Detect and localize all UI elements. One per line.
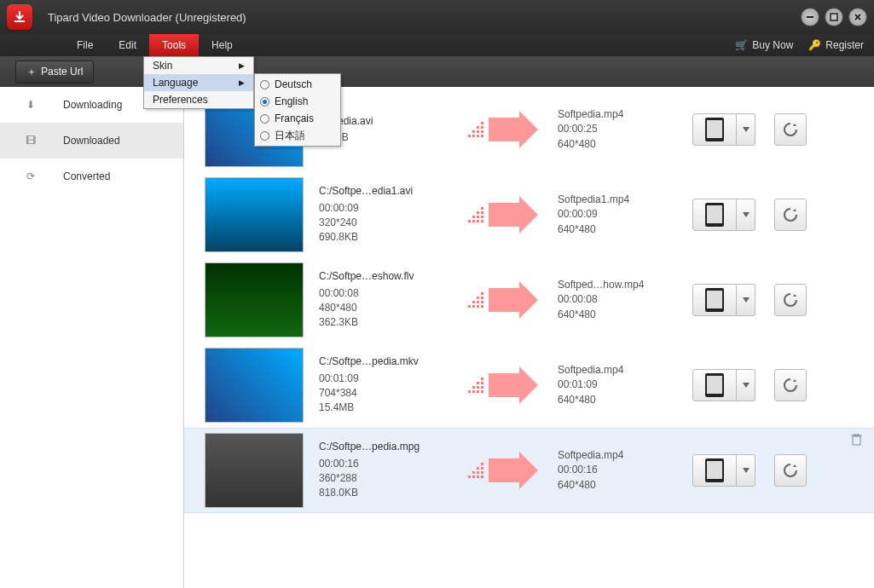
- ipad-icon: [705, 288, 724, 312]
- svg-rect-0: [807, 16, 813, 18]
- window-title: Tipard Video Downloader (Unregistered): [48, 11, 796, 24]
- language-submenu: Deutsch English Français 日本語: [254, 73, 341, 147]
- list-item[interactable]: C:/Softpe…eshow.flv00:00:08480*480362.3K…: [184, 257, 874, 343]
- conversion-arrow-icon: [447, 203, 541, 227]
- destination-duration: 00:00:09: [558, 207, 686, 222]
- device-profile-button[interactable]: [692, 284, 737, 316]
- source-info: C:/Softpe…eshow.flv00:00:08480*480362.3K…: [319, 269, 447, 331]
- thumbnail: [205, 348, 304, 423]
- menu-language[interactable]: Language▶: [144, 74, 253, 91]
- source-info: C:/Softpe…edia1.avi00:00:09320*240690.8K…: [319, 184, 447, 245]
- convert-button[interactable]: [774, 284, 807, 316]
- source-resolution: 320*240: [319, 216, 447, 230]
- convert-button[interactable]: [774, 369, 807, 401]
- list-item[interactable]: C:/Softpe…edia1.avi00:00:09320*240690.8K…: [184, 172, 874, 257]
- ipad-icon: [705, 373, 724, 397]
- lang-francais[interactable]: Français: [255, 110, 340, 127]
- destination-resolution: 640*480: [558, 478, 686, 493]
- destination-resolution: 640*480: [558, 222, 686, 237]
- ipad-icon: [705, 118, 724, 141]
- destination-duration: 00:00:25: [558, 122, 686, 136]
- list-item[interactable]: C:/Softpe…pedia.mkv00:01:09704*38415.4MB…: [184, 343, 874, 428]
- destination-resolution: 640*480: [558, 393, 686, 407]
- download-icon: ⬇: [22, 99, 39, 111]
- convert-button[interactable]: [774, 199, 807, 231]
- menu-skin[interactable]: Skin▶: [144, 57, 253, 74]
- destination-info: Softpedia.mp400:00:25640*480: [558, 107, 686, 152]
- minimize-button[interactable]: [801, 8, 819, 26]
- source-duration: 00:00:16: [319, 457, 447, 471]
- conversion-arrow-icon: [447, 288, 541, 312]
- source-duration: 00:00:08: [319, 286, 447, 301]
- device-profile-button[interactable]: [692, 369, 737, 401]
- source-size: 818.0KB: [319, 486, 447, 500]
- chevron-right-icon: ▶: [239, 74, 245, 91]
- source-size: 15.4MB: [319, 401, 447, 415]
- source-info: C:/Softpe…pedia.mkv00:01:09704*38415.4MB: [319, 355, 447, 416]
- source-duration: 00:01:09: [319, 372, 447, 386]
- device-profile-button[interactable]: [692, 199, 737, 231]
- device-dropdown-button[interactable]: [737, 199, 755, 231]
- destination-filename: Softpedia.mp4: [558, 448, 686, 463]
- source-filename: C:/Softpe…edia1.avi: [319, 184, 447, 199]
- menu-bar: File Edit Tools Help 🛒 Buy Now 🔑 Registe…: [0, 34, 874, 56]
- register-link[interactable]: 🔑 Register: [808, 39, 864, 51]
- destination-filename: Softped…how.mp4: [558, 278, 686, 292]
- paste-url-button[interactable]: ＋ Paste Url: [15, 61, 94, 84]
- lang-japanese[interactable]: 日本語: [255, 127, 340, 144]
- app-logo-icon: [7, 4, 32, 30]
- maximize-button[interactable]: [825, 8, 843, 26]
- sidebar-item-converted[interactable]: ⟳ Converted: [0, 159, 183, 194]
- menu-preferences[interactable]: Preferences: [144, 91, 253, 108]
- source-size: 690.8KB: [319, 230, 447, 245]
- chevron-right-icon: ▶: [239, 57, 245, 74]
- radio-icon: [260, 114, 269, 124]
- destination-duration: 00:00:08: [558, 292, 686, 307]
- conversion-arrow-icon: [447, 118, 541, 141]
- device-dropdown-button[interactable]: [737, 284, 755, 316]
- plus-icon: ＋: [26, 65, 37, 79]
- source-resolution: 360*288: [319, 471, 447, 486]
- buy-now-link[interactable]: 🛒 Buy Now: [735, 39, 793, 51]
- film-icon: 🎞: [22, 135, 39, 147]
- source-size: 362.3KB: [319, 315, 447, 330]
- menu-help[interactable]: Help: [199, 34, 246, 56]
- device-dropdown-button[interactable]: [737, 454, 755, 487]
- tools-dropdown: Skin▶ Language▶ Preferences: [143, 56, 254, 109]
- delete-button[interactable]: [851, 434, 862, 448]
- menu-tools[interactable]: Tools: [149, 34, 199, 56]
- lang-english[interactable]: English: [255, 93, 340, 110]
- convert-button[interactable]: [774, 454, 807, 487]
- lang-deutsch[interactable]: Deutsch: [255, 76, 340, 93]
- source-resolution: 480*480: [319, 301, 447, 315]
- menu-file[interactable]: File: [64, 34, 106, 56]
- close-button[interactable]: [848, 8, 867, 26]
- radio-icon: [260, 97, 269, 107]
- destination-info: Softpedia1.mp400:00:09640*480: [558, 193, 686, 237]
- device-profile-button[interactable]: [692, 113, 737, 146]
- cart-icon: 🛒: [735, 39, 748, 51]
- source-info: C:/Softpe…pedia.mpg00:00:16360*288818.0K…: [319, 440, 447, 501]
- device-dropdown-button[interactable]: [737, 369, 755, 401]
- title-bar: Tipard Video Downloader (Unregistered): [0, 0, 874, 34]
- toolbar: ＋ Paste Url: [0, 56, 874, 87]
- device-profile-button[interactable]: [692, 454, 737, 487]
- destination-filename: Softpedia1.mp4: [558, 193, 686, 207]
- list-item[interactable]: C:/Softpe…pedia.mpg00:00:16360*288818.0K…: [184, 428, 874, 513]
- destination-duration: 00:01:09: [558, 378, 686, 392]
- thumbnail: [205, 262, 304, 337]
- source-filename: C:/Softpe…eshow.flv: [319, 269, 447, 284]
- destination-resolution: 640*480: [558, 308, 686, 322]
- destination-info: Softpedia.mp400:00:16640*480: [558, 448, 686, 493]
- ipad-icon: [705, 458, 724, 482]
- thumbnail: [205, 177, 304, 252]
- device-dropdown-button[interactable]: [737, 113, 755, 146]
- source-filename: C:/Softpe…pedia.mpg: [319, 440, 447, 454]
- radio-icon: [260, 131, 269, 141]
- conversion-arrow-icon: [447, 373, 541, 397]
- menu-edit[interactable]: Edit: [106, 34, 149, 56]
- convert-button[interactable]: [774, 113, 807, 146]
- sidebar-item-downloaded[interactable]: 🎞 Downloaded: [0, 123, 183, 159]
- destination-info: Softpedia.mp400:01:09640*480: [558, 363, 686, 407]
- key-icon: 🔑: [808, 39, 821, 51]
